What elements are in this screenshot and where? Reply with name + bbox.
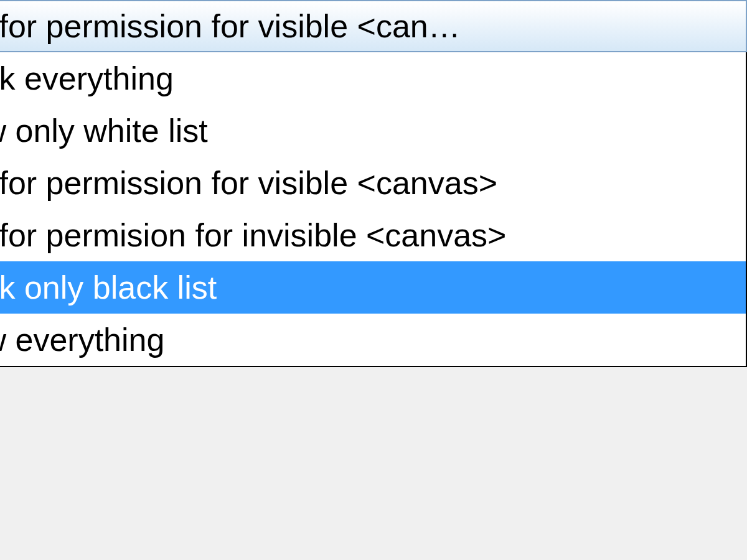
dropdown-option-allow-everything[interactable]: low everything [0,314,746,366]
dropdown-option-block-black-list[interactable]: lock only black list [0,261,746,314]
dropdown-combobox[interactable]: sk for permission for visible <can… lock… [0,0,747,367]
dropdown-option-label: sk for permision for invisible <canvas> [0,217,507,253]
dropdown-option-label: sk for permission for visible <canvas> [0,165,497,201]
dropdown-option-label: low only white list [0,113,208,149]
dropdown-selected-text: sk for permission for visible <can… [0,8,461,44]
dropdown-option-label: lock everything [0,60,174,96]
dropdown-option-label: low everything [0,322,164,358]
dropdown-option-ask-invisible-canvas[interactable]: sk for permision for invisible <canvas> [0,209,746,261]
dropdown-option-allow-white-list[interactable]: low only white list [0,105,746,157]
dropdown-selected-value[interactable]: sk for permission for visible <can… [0,0,747,52]
dropdown-options-list: lock everything low only white list sk f… [0,52,747,367]
dropdown-option-block-everything[interactable]: lock everything [0,52,746,105]
dropdown-option-label: lock only black list [0,269,217,306]
dropdown-option-ask-visible-canvas[interactable]: sk for permission for visible <canvas> [0,157,746,209]
